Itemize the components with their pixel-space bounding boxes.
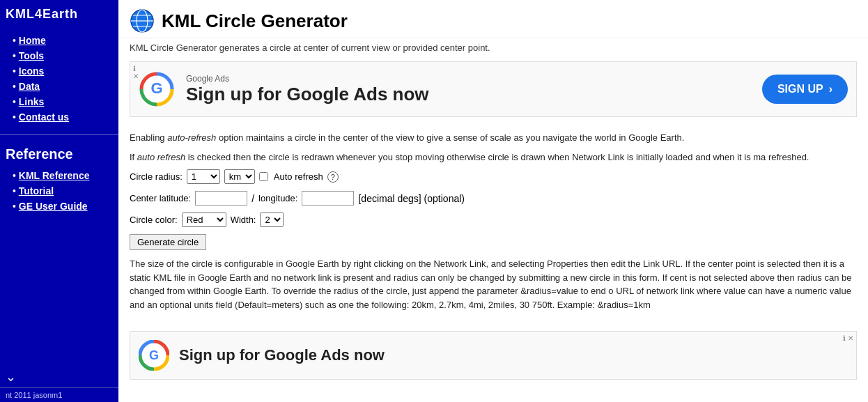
- ref-item-tutorial[interactable]: Tutorial: [0, 183, 118, 199]
- ad-banner-bottom: ℹ ✕ G Sign up for Google Ads now: [130, 331, 857, 380]
- ad-banner-top: ℹ✕ G G Google Ads Sign up for Google Ads…: [130, 61, 857, 117]
- chevron-right-icon: ›: [829, 83, 832, 95]
- sidebar-bottom-text: nt 2011 jasonm1: [0, 387, 118, 402]
- unit-select[interactable]: km mi m ft: [224, 169, 255, 184]
- bottom-ad-google-logo: G: [139, 340, 169, 371]
- sidebar-divider: [0, 134, 118, 135]
- circle-radius-label: Circle radius:: [130, 171, 183, 182]
- center-lat-row: Center latitude: / longitude: [decimal d…: [130, 191, 857, 206]
- nav-item-icons[interactable]: Icons: [0, 63, 118, 79]
- nav-item-tools[interactable]: Tools: [0, 48, 118, 63]
- reference-section-title: Reference: [0, 141, 118, 165]
- nav-item-contact[interactable]: Contact us: [0, 109, 118, 125]
- google-logo: G G: [139, 71, 175, 107]
- ad-signup-button[interactable]: SIGN UP ›: [762, 75, 848, 104]
- page-header: KML Circle Generator: [118, 0, 868, 38]
- circle-radius-row: Circle radius: 1 2 5 10 20 50 100 km mi …: [130, 169, 857, 184]
- decimal-degs-label: [decimal degs] (optional): [358, 193, 465, 204]
- auto-refresh-italic: auto-refresh: [167, 132, 216, 143]
- nav-item-links[interactable]: Links: [0, 94, 118, 109]
- sidebar-chevron-down[interactable]: ⌄: [0, 366, 118, 387]
- svg-text:G: G: [149, 348, 159, 362]
- longitude-input[interactable]: [302, 191, 354, 206]
- bottom-ad-info[interactable]: ℹ ✕: [843, 334, 853, 342]
- auto-refresh-italic2: auto refresh: [137, 152, 185, 162]
- svg-text:G: G: [150, 79, 162, 97]
- generate-circle-button[interactable]: Generate circle: [130, 234, 206, 250]
- ref-item-kml[interactable]: KML Reference: [0, 168, 118, 183]
- auto-refresh-label: Auto refresh: [274, 171, 323, 182]
- page-subtitle: KML Circle Generator generates a circle …: [118, 38, 868, 56]
- page-title: KML Circle Generator: [162, 10, 348, 32]
- help-icon[interactable]: ?: [327, 171, 339, 183]
- globe-icon: [130, 8, 155, 33]
- latitude-input[interactable]: [195, 191, 247, 206]
- description-para1: Enabling auto-refresh option maintains a…: [130, 131, 857, 145]
- radius-select[interactable]: 1 2 5 10 20 50 100: [187, 169, 220, 184]
- nav-item-data[interactable]: Data: [0, 79, 118, 94]
- circle-color-label: Circle color:: [130, 215, 178, 225]
- width-label: Width:: [231, 215, 256, 225]
- chevron-down-icon: ⌄: [6, 369, 16, 385]
- width-select[interactable]: 1 2 3 4 5: [260, 212, 284, 227]
- ad-google-label: Google Ads: [186, 74, 429, 84]
- bottom-ad-text: Sign up for Google Ads now: [179, 346, 385, 364]
- color-select[interactable]: Red Blue Green Yellow White Black: [182, 212, 226, 227]
- main-content: KML Circle Generator KML Circle Generato…: [118, 0, 868, 402]
- description-para2: If auto refresh is checked then the circ…: [130, 150, 857, 164]
- ref-list: KML Reference Tutorial GE User Guide: [0, 165, 118, 217]
- ad-info-icon[interactable]: ℹ✕: [133, 65, 139, 80]
- ad-text-block: Google Ads Sign up for Google Ads now: [186, 74, 429, 105]
- slash-separator: /: [251, 193, 254, 204]
- sidebar: KML4Earth Home Tools Icons Data Links Co…: [0, 0, 118, 402]
- ref-item-ge-user-guide[interactable]: GE User Guide: [0, 199, 118, 214]
- longitude-label: longitude:: [258, 193, 297, 203]
- circle-color-row: Circle color: Red Blue Green Yellow Whit…: [130, 212, 857, 227]
- brand-logo: KML4Earth: [0, 0, 118, 29]
- ad-headline: Sign up for Google Ads now: [186, 84, 429, 105]
- bottom-ad-content: G Sign up for Google Ads now: [139, 340, 385, 371]
- center-lat-label: Center latitude:: [130, 193, 191, 203]
- nav-list: Home Tools Icons Data Links Contact us: [0, 29, 118, 129]
- body-description: The size of the circle is configurable i…: [130, 257, 857, 311]
- nav-item-home[interactable]: Home: [0, 33, 118, 48]
- content-area: Enabling auto-refresh option maintains a…: [118, 123, 868, 325]
- auto-refresh-checkbox[interactable]: [259, 172, 268, 181]
